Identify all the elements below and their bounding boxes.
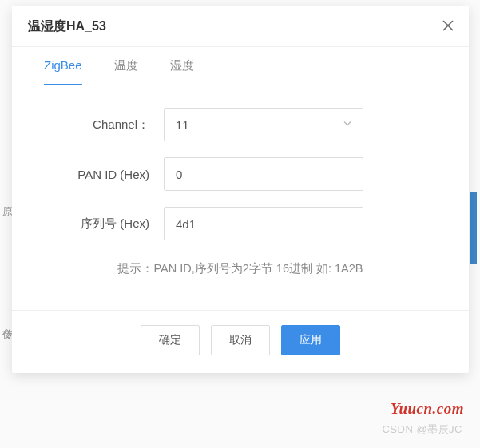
- apply-button[interactable]: 应用: [281, 325, 340, 355]
- row-channel: Channel： 11: [44, 108, 437, 141]
- dialog-footer: 确定 取消 应用: [12, 310, 469, 373]
- tab-zigbee[interactable]: ZigBee: [28, 47, 98, 85]
- serial-label: 序列号 (Hex): [44, 216, 164, 232]
- cancel-button[interactable]: 取消: [211, 325, 270, 355]
- channel-select[interactable]: 11: [164, 108, 363, 141]
- dialog-title: 温湿度HA_53: [28, 18, 453, 35]
- tab-humidity[interactable]: 湿度: [154, 47, 210, 85]
- close-button[interactable]: [437, 15, 459, 38]
- close-icon: [442, 18, 454, 36]
- hint-text: 提示：PAN ID,序列号为2字节 16进制 如: 1A2B: [44, 261, 437, 276]
- dialog-header: 温湿度HA_53: [12, 6, 469, 47]
- dialog-body: Channel： 11 PAN ID (Hex) 序列号 (Hex): [12, 85, 469, 310]
- ok-button[interactable]: 确定: [141, 325, 200, 355]
- row-serial: 序列号 (Hex): [44, 207, 437, 240]
- tab-bar: ZigBee 温度 湿度: [12, 47, 469, 85]
- tab-temperature[interactable]: 温度: [98, 47, 154, 85]
- channel-label: Channel：: [44, 117, 164, 133]
- row-panid: PAN ID (Hex): [44, 157, 437, 191]
- serial-input[interactable]: [164, 207, 363, 240]
- channel-value: 11: [176, 118, 189, 132]
- watermark-yuucn: Yuucn.com: [391, 400, 464, 418]
- panid-input[interactable]: [164, 157, 363, 191]
- bg-decoration: [470, 192, 477, 264]
- panid-label: PAN ID (Hex): [44, 168, 164, 181]
- settings-dialog: 温湿度HA_53 ZigBee 温度 湿度 Channel： 11: [12, 6, 469, 373]
- watermark-csdn: CSDN @墨辰JC: [382, 422, 462, 437]
- chevron-down-icon: [342, 118, 353, 132]
